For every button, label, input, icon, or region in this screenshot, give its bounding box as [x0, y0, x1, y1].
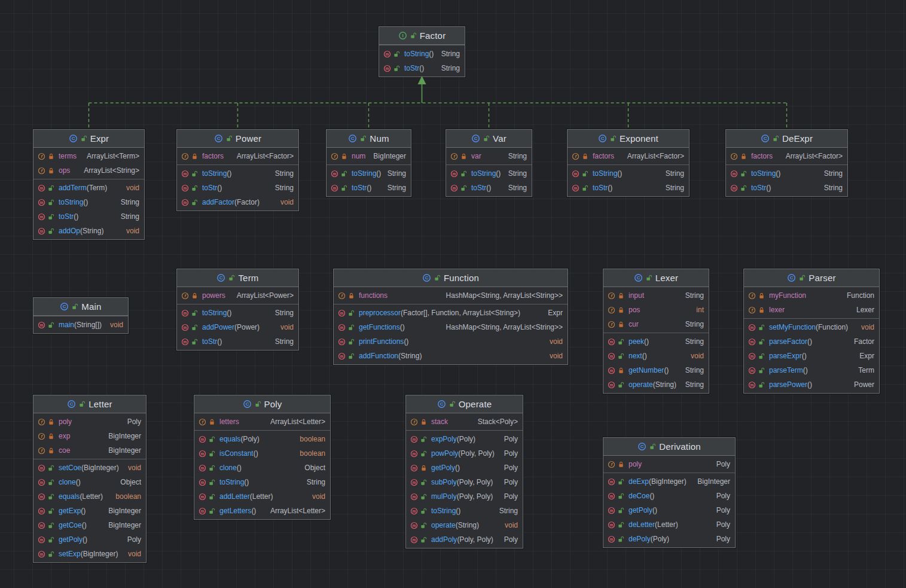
- method-row-setMyFunction[interactable]: msetMyFunction(Function)void: [744, 320, 879, 334]
- method-row-toStr[interactable]: mtoStr()String: [177, 181, 298, 195]
- class-header-Letter[interactable]: CLetter: [33, 395, 146, 413]
- method-row-deCoe[interactable]: mdeCoe()Poly: [603, 489, 735, 503]
- method-row-getPoly[interactable]: mgetPoly()Poly: [33, 532, 146, 547]
- field-row-var[interactable]: fvarString: [446, 149, 532, 163]
- method-row-parsePower[interactable]: mparsePower()Power: [744, 377, 879, 392]
- field-row-myFunction[interactable]: fmyFunctionFunction: [744, 288, 879, 303]
- method-row-toStr[interactable]: mtoStr()String: [379, 61, 465, 75]
- method-row-toStr[interactable]: mtoStr()String: [327, 181, 411, 195]
- method-row-toString[interactable]: mtoString()String: [726, 166, 847, 181]
- class-box-Power[interactable]: CPowerffactorsArrayList<Factor>mtoString…: [176, 129, 299, 211]
- method-row-toStr[interactable]: mtoStr()String: [446, 181, 532, 195]
- method-row-subPoly[interactable]: msubPoly(Poly, Poly)Poly: [406, 475, 523, 489]
- class-box-DeExpr[interactable]: CDeExprffactorsArrayList<Factor>mtoStrin…: [725, 129, 848, 197]
- method-row-toString[interactable]: mtoString()String: [177, 306, 298, 320]
- class-header-Var[interactable]: CVar: [446, 130, 532, 148]
- method-row-parseExpr[interactable]: mparseExpr()Expr: [744, 349, 879, 363]
- field-row-poly[interactable]: fpolyPoly: [33, 415, 146, 429]
- class-header-Expr[interactable]: CExpr: [33, 130, 144, 148]
- class-box-Num[interactable]: CNumfnumBigIntegermtoString()StringmtoSt…: [326, 129, 411, 197]
- method-row-operate[interactable]: moperate(String)String: [603, 377, 709, 392]
- class-box-Var[interactable]: CVarfvarStringmtoString()StringmtoStr()S…: [446, 129, 532, 197]
- class-box-Factor[interactable]: IFactormtoString()StringmtoStr()String: [379, 26, 465, 77]
- method-row-toString[interactable]: mtoString()String: [406, 504, 523, 518]
- class-header-Power[interactable]: CPower: [177, 130, 298, 148]
- method-row-equals[interactable]: mequals(Letter)boolean: [33, 489, 146, 504]
- method-row-addTerm[interactable]: maddTerm(Term)void: [33, 181, 144, 195]
- method-row-toString[interactable]: mtoString()String: [568, 166, 689, 181]
- method-row-toStr[interactable]: mtoStr()String: [33, 209, 144, 224]
- method-row-getExp[interactable]: mgetExp()BigInteger: [33, 504, 146, 518]
- field-row-coe[interactable]: fcoeBigInteger: [33, 443, 146, 458]
- class-box-Function[interactable]: CFunctionffunctionsHashMap<String, Array…: [333, 269, 568, 365]
- field-row-num[interactable]: fnumBigInteger: [327, 149, 411, 163]
- class-header-Exponent[interactable]: CExponent: [568, 130, 689, 148]
- method-row-next[interactable]: mnext()void: [603, 349, 709, 363]
- class-header-DeExpr[interactable]: CDeExpr: [726, 130, 847, 148]
- method-row-operate[interactable]: moperate(String)void: [406, 518, 523, 532]
- field-row-input[interactable]: finputString: [603, 288, 709, 303]
- method-row-deLetter[interactable]: mdeLetter(Letter)Poly: [603, 517, 735, 532]
- class-header-Operate[interactable]: COperate: [406, 395, 523, 413]
- method-row-clone[interactable]: mclone()Object: [194, 461, 330, 475]
- method-row-addPoly[interactable]: maddPoly(Poly, Poly)Poly: [406, 532, 523, 547]
- method-row-equals[interactable]: mequals(Poly)boolean: [194, 432, 330, 446]
- class-box-Poly[interactable]: CPolyflettersArrayList<Letter>mequals(Po…: [194, 395, 331, 520]
- field-row-lexer[interactable]: flexerLexer: [744, 303, 879, 317]
- method-row-toString[interactable]: mtoString()String: [327, 166, 411, 181]
- method-row-getLetters[interactable]: mgetLetters()ArrayList<Letter>: [194, 504, 330, 518]
- diagram-canvas[interactable]: IFactormtoString()StringmtoStr()StringCE…: [0, 0, 906, 588]
- method-row-printFunctions[interactable]: mprintFunctions()void: [334, 334, 568, 349]
- class-box-Lexer[interactable]: CLexerfinputStringfposintfcurStringmpeek…: [603, 269, 709, 394]
- class-box-Letter[interactable]: CLetterfpolyPolyfexpBigIntegerfcoeBigInt…: [33, 395, 147, 563]
- method-row-toStr[interactable]: mtoStr()String: [177, 334, 298, 349]
- method-row-preprocessor[interactable]: mpreprocessor(Factor[], Function, ArrayL…: [334, 306, 568, 320]
- field-row-cur[interactable]: fcurString: [603, 317, 709, 331]
- class-header-Poly[interactable]: CPoly: [194, 395, 330, 413]
- method-row-dePoly[interactable]: mdePoly(Poly)Poly: [603, 532, 735, 546]
- field-row-letters[interactable]: flettersArrayList<Letter>: [194, 415, 330, 429]
- method-row-parseFactor[interactable]: mparseFactor()Factor: [744, 334, 879, 349]
- field-row-exp[interactable]: fexpBigInteger: [33, 429, 146, 443]
- method-row-toString[interactable]: mtoString()String: [446, 166, 532, 181]
- field-row-ops[interactable]: fopsArrayList<String>: [33, 163, 144, 178]
- class-box-Term[interactable]: CTermfpowersArrayList<Power>mtoString()S…: [176, 269, 299, 351]
- method-row-toString[interactable]: mtoString()String: [194, 475, 330, 489]
- class-box-Main[interactable]: CMainmmain(String[])void: [33, 297, 129, 334]
- method-row-deExp[interactable]: mdeExp(BigInteger)BigInteger: [603, 474, 735, 489]
- method-row-main[interactable]: mmain(String[])void: [33, 318, 128, 332]
- method-row-getFunctions[interactable]: mgetFunctions()HashMap<String, ArrayList…: [334, 320, 568, 334]
- method-row-mulPoly[interactable]: mmulPoly(Poly, Poly)Poly: [406, 489, 523, 504]
- class-header-Derivation[interactable]: CDerivation: [603, 438, 735, 456]
- method-row-toString[interactable]: mtoString()String: [33, 195, 144, 209]
- method-row-addFactor[interactable]: maddFactor(Factor)void: [177, 195, 298, 209]
- class-box-Exponent[interactable]: CExponentffactorsArrayList<Factor>mtoStr…: [567, 129, 690, 197]
- field-row-pos[interactable]: fposint: [603, 303, 709, 317]
- field-row-poly[interactable]: fpolyPoly: [603, 457, 735, 471]
- method-row-getPoly[interactable]: mgetPoly()Poly: [603, 503, 735, 517]
- field-row-powers[interactable]: fpowersArrayList<Power>: [177, 288, 298, 303]
- field-row-stack[interactable]: fstackStack<Poly>: [406, 415, 523, 429]
- method-row-parseTerm[interactable]: mparseTerm()Term: [744, 363, 879, 377]
- class-header-Parser[interactable]: CParser: [744, 269, 879, 287]
- field-row-terms[interactable]: ftermsArrayList<Term>: [33, 149, 144, 163]
- field-row-functions[interactable]: ffunctionsHashMap<String, ArrayList<Stri…: [334, 288, 568, 303]
- method-row-getCoe[interactable]: mgetCoe()BigInteger: [33, 518, 146, 532]
- class-header-Lexer[interactable]: CLexer: [603, 269, 709, 287]
- method-row-getPoly[interactable]: mgetPoly()Poly: [406, 461, 523, 475]
- class-header-Term[interactable]: CTerm: [177, 269, 298, 287]
- method-row-clone[interactable]: mclone()Object: [33, 475, 146, 489]
- method-row-addFunction[interactable]: maddFunction(String)void: [334, 349, 568, 363]
- method-row-toString[interactable]: mtoString()String: [379, 47, 465, 61]
- method-row-getNumber[interactable]: mgetNumber()String: [603, 363, 709, 377]
- method-row-peek[interactable]: mpeek()String: [603, 334, 709, 349]
- field-row-factors[interactable]: ffactorsArrayList<Factor>: [726, 149, 847, 163]
- method-row-addPower[interactable]: maddPower(Power)void: [177, 320, 298, 334]
- method-row-addLetter[interactable]: maddLetter(Letter)void: [194, 489, 330, 504]
- class-header-Function[interactable]: CFunction: [334, 269, 568, 287]
- method-row-toStr[interactable]: mtoStr()String: [568, 181, 689, 195]
- class-box-Operate[interactable]: COperatefstackStack<Poly>mexpPoly(Poly)P…: [405, 395, 523, 549]
- method-row-expPoly[interactable]: mexpPoly(Poly)Poly: [406, 432, 523, 446]
- method-row-powPoly[interactable]: mpowPoly(Poly, Poly)Poly: [406, 446, 523, 461]
- class-header-Num[interactable]: CNum: [327, 130, 411, 148]
